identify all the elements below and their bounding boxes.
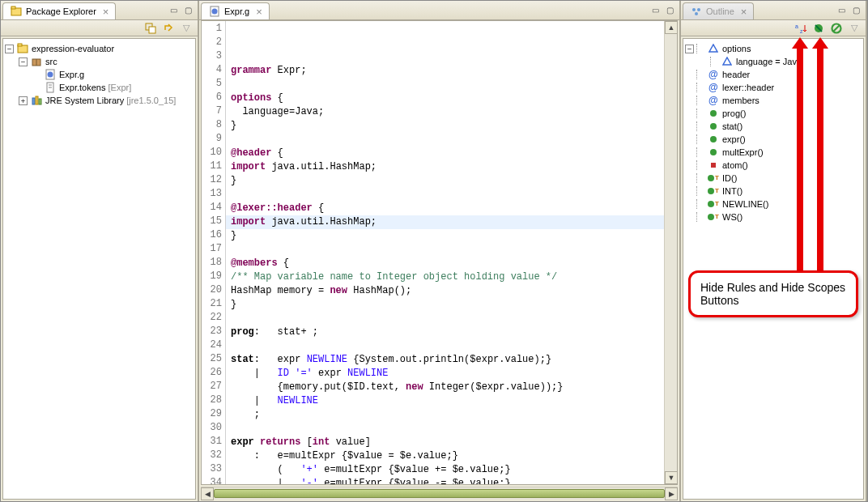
tree-decorator: [Expr] [108, 83, 131, 92]
outline-item[interactable]: prog() [685, 107, 862, 120]
outline-item[interactable]: expr() [685, 133, 862, 146]
close-icon[interactable]: × [741, 6, 747, 18]
outline-item[interactable]: stat() [685, 120, 862, 133]
expander-icon[interactable] [685, 122, 694, 131]
circle-green-t-icon: T [707, 211, 720, 223]
outline-label: options [722, 44, 751, 53]
view-menu-button[interactable]: ▽ [848, 22, 861, 35]
expander-icon[interactable] [685, 213, 694, 222]
svg-text:T: T [715, 213, 719, 220]
expander-icon[interactable] [685, 70, 694, 79]
svg-text:T: T [715, 187, 719, 194]
svg-rect-3 [149, 27, 155, 33]
expander-icon[interactable] [685, 109, 694, 118]
annotation-callout: Hide Rules and Hide Scopes Buttons [688, 270, 858, 317]
outline-item[interactable]: language = Java [685, 55, 862, 68]
outline-item[interactable]: @members [685, 94, 862, 107]
view-menu-button[interactable]: ▽ [180, 22, 193, 35]
outline-item[interactable]: TNEWLINE() [685, 198, 862, 211]
scroll-up-arrow[interactable]: ▲ [665, 21, 678, 34]
expander-icon[interactable] [699, 57, 708, 66]
svg-point-41 [708, 214, 714, 220]
tree-item[interactable]: Expr.tokens [Expr] [5, 81, 194, 94]
svg-text:z: z [800, 28, 803, 34]
expander-icon[interactable]: − [5, 45, 14, 53]
package-explorer-title: Package Explorer [26, 6, 96, 16]
svg-point-18 [692, 8, 696, 11]
collapse-all-button[interactable] [144, 22, 157, 35]
outline-item[interactable]: TID() [685, 172, 862, 185]
expander-icon[interactable]: − [685, 45, 694, 53]
outline-label: ID() [722, 173, 737, 183]
close-icon[interactable]: × [256, 6, 262, 18]
expander-icon[interactable]: + [19, 96, 28, 105]
svg-text:a: a [795, 23, 798, 29]
expander-icon[interactable] [685, 96, 694, 105]
outline-item[interactable]: @header [685, 68, 862, 81]
maximize-editor-button[interactable]: ▢ [663, 5, 676, 16]
outline-tab[interactable]: Outline × [683, 2, 754, 19]
expander-icon[interactable] [685, 148, 694, 157]
code-area[interactable]: grammar Expr;options { language=Java;}@h… [226, 21, 664, 484]
sort-alpha-button[interactable]: az [794, 22, 807, 35]
outline-label: prog() [722, 108, 746, 118]
circle-green-icon [707, 120, 720, 133]
minimize-editor-button[interactable]: ▭ [649, 5, 662, 16]
svg-point-35 [708, 175, 714, 181]
scroll-right-arrow[interactable]: ▶ [665, 487, 678, 500]
expander-icon[interactable] [685, 174, 694, 183]
outline-item[interactable]: TWS() [685, 211, 862, 223]
circle-green-t-icon: T [707, 172, 720, 185]
tree-item[interactable]: −src [5, 55, 194, 68]
expander-icon[interactable]: − [19, 57, 28, 66]
svg-point-31 [710, 123, 717, 130]
package-explorer-tab-bar: Package Explorer × ▭ ▢ [1, 1, 198, 20]
minimize-view-button[interactable]: ▭ [167, 5, 180, 16]
expander-icon[interactable] [685, 161, 694, 170]
expander-icon[interactable] [685, 187, 694, 196]
svg-rect-13 [32, 98, 35, 104]
outline-item[interactable]: TINT() [685, 185, 862, 198]
hide-scopes-button[interactable] [830, 22, 843, 35]
maximize-outline-button[interactable]: ▢ [849, 5, 862, 16]
tree-item[interactable]: −expression-evaluator [5, 42, 194, 55]
callout-arrow [817, 49, 823, 271]
minimize-outline-button[interactable]: ▭ [835, 5, 848, 16]
file-icon [44, 81, 57, 94]
svg-text:T: T [715, 174, 719, 181]
scroll-left-arrow[interactable]: ◀ [201, 487, 214, 500]
expander-icon[interactable] [685, 200, 694, 209]
horizontal-scrollbar[interactable]: ◀ ▶ [201, 487, 678, 500]
code-editor[interactable]: 1234567891011121314151617181920212223242… [201, 20, 678, 485]
tree-label: expression-evaluator [32, 44, 114, 53]
outline-item[interactable]: −options [685, 42, 862, 55]
expander-icon[interactable] [685, 135, 694, 144]
svg-text:T: T [715, 200, 719, 207]
link-editor-button[interactable] [162, 22, 175, 35]
expander-icon[interactable] [32, 83, 41, 92]
tree-item[interactable]: Expr.g [5, 68, 194, 81]
outline-item[interactable]: multExpr() [685, 146, 862, 159]
maximize-view-button[interactable]: ▢ [181, 5, 194, 16]
triangle-blue-icon [707, 42, 720, 55]
package-icon [30, 55, 43, 68]
hide-rules-button[interactable] [812, 22, 825, 35]
editor-tab[interactable]: Expr.g × [201, 2, 270, 19]
outline-tree[interactable]: −optionslanguage = Java@header@lexer::he… [683, 38, 864, 500]
tree-label: Expr.tokens [59, 83, 105, 92]
circle-green-icon [707, 133, 720, 146]
outline-toolbar: az ▽ [681, 20, 866, 36]
vertical-scrollbar[interactable]: ▲ ▼ [664, 21, 677, 484]
expander-icon[interactable] [32, 70, 41, 79]
scroll-down-arrow[interactable]: ▼ [665, 471, 678, 484]
expander-icon[interactable] [685, 83, 694, 92]
outline-item[interactable]: atom() [685, 159, 862, 172]
scrollbar-thumb[interactable] [214, 489, 665, 498]
outline-label: WS() [722, 212, 742, 222]
tree-item[interactable]: +JRE System Library [jre1.5.0_15] [5, 94, 194, 107]
close-icon[interactable]: × [103, 6, 109, 18]
outline-item[interactable]: @lexer::header [685, 81, 862, 94]
package-explorer-tab[interactable]: Package Explorer × [2, 2, 116, 19]
package-explorer-tree[interactable]: −expression-evaluator−srcExpr.gExpr.toke… [2, 38, 196, 500]
package-explorer-icon [10, 5, 23, 18]
